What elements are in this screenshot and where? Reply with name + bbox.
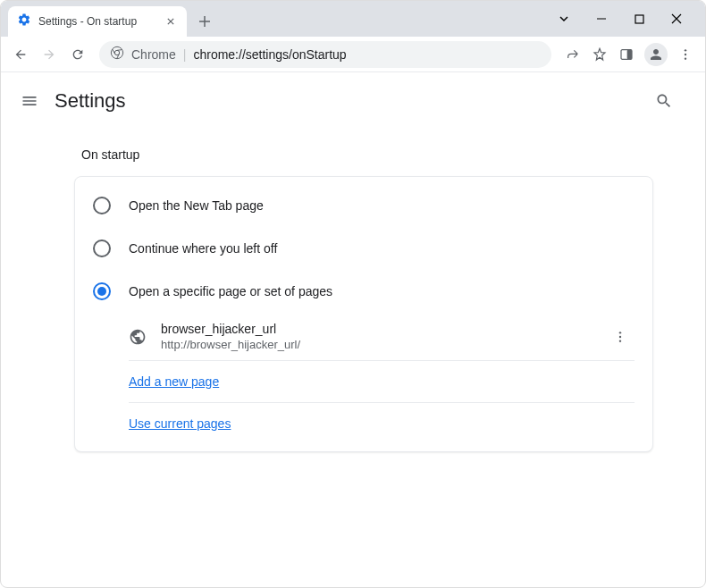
page-more-button[interactable] bbox=[606, 323, 635, 351]
bookmark-button[interactable] bbox=[587, 42, 612, 67]
svg-rect-0 bbox=[635, 15, 643, 23]
svg-point-5 bbox=[685, 49, 686, 51]
radio-label: Open a specific page or set of pages bbox=[129, 284, 332, 298]
profile-avatar[interactable] bbox=[644, 43, 668, 66]
minimize-button[interactable] bbox=[591, 8, 612, 29]
settings-header: Settings bbox=[1, 72, 705, 130]
reload-button[interactable] bbox=[65, 42, 90, 67]
search-button[interactable] bbox=[648, 85, 680, 117]
omnibox-scheme: Chrome bbox=[131, 47, 176, 62]
add-page-link[interactable]: Add a new page bbox=[129, 374, 219, 389]
svg-point-9 bbox=[619, 335, 621, 337]
svg-point-6 bbox=[685, 53, 686, 55]
tab-title: Settings - On startup bbox=[38, 15, 156, 28]
omnibox-url: chrome://settings/onStartup bbox=[193, 47, 346, 62]
svg-point-7 bbox=[685, 57, 686, 59]
radio-icon bbox=[93, 239, 111, 257]
use-current-link[interactable]: Use current pages bbox=[129, 416, 231, 431]
settings-main: On startup Open the New Tab page Continu… bbox=[31, 130, 675, 474]
section-title: On startup bbox=[74, 130, 653, 176]
browser-tab[interactable]: Settings - On startup bbox=[8, 6, 187, 37]
svg-point-1 bbox=[111, 46, 122, 58]
window-controls bbox=[553, 8, 698, 29]
page-title-text: browser_hijacker_url bbox=[161, 322, 606, 336]
address-bar[interactable]: Chrome | chrome://settings/onStartup bbox=[99, 41, 551, 68]
chevron-down-icon[interactable] bbox=[553, 8, 575, 29]
side-panel-button[interactable] bbox=[614, 42, 639, 67]
close-tab-button[interactable] bbox=[164, 14, 178, 29]
settings-page: Settings On startup Open the New Tab pag… bbox=[1, 72, 705, 474]
share-button[interactable] bbox=[560, 42, 585, 67]
forward-button[interactable] bbox=[37, 42, 62, 67]
hamburger-menu-button[interactable] bbox=[19, 90, 40, 112]
startup-page-row: browser_hijacker_url http://browser_hija… bbox=[129, 313, 635, 361]
window-titlebar: Settings - On startup bbox=[1, 1, 705, 37]
startup-pages-list: browser_hijacker_url http://browser_hija… bbox=[75, 313, 652, 444]
use-current-row: Use current pages bbox=[129, 403, 635, 444]
radio-label: Continue where you left off bbox=[129, 241, 277, 256]
gear-icon bbox=[17, 13, 31, 30]
radio-icon bbox=[93, 197, 111, 214]
maximize-button[interactable] bbox=[628, 8, 650, 29]
close-window-button[interactable] bbox=[666, 8, 687, 29]
add-page-row: Add a new page bbox=[129, 361, 635, 403]
new-tab-button[interactable] bbox=[192, 9, 217, 34]
globe-icon bbox=[129, 328, 147, 346]
page-info: browser_hijacker_url http://browser_hija… bbox=[161, 322, 606, 351]
svg-rect-4 bbox=[627, 49, 632, 59]
radio-option-specific-pages[interactable]: Open a specific page or set of pages bbox=[75, 270, 652, 313]
browser-toolbar: Chrome | chrome://settings/onStartup bbox=[1, 37, 705, 72]
back-button[interactable] bbox=[8, 42, 33, 67]
page-title: Settings bbox=[55, 89, 126, 113]
chrome-icon bbox=[110, 46, 124, 63]
radio-icon bbox=[93, 282, 111, 300]
svg-point-8 bbox=[619, 332, 621, 333]
page-url-text: http://browser_hijacker_url/ bbox=[161, 338, 606, 351]
svg-point-10 bbox=[619, 340, 621, 341]
radio-option-new-tab[interactable]: Open the New Tab page bbox=[75, 184, 652, 227]
omnibox-divider: | bbox=[183, 47, 187, 62]
startup-card: Open the New Tab page Continue where you… bbox=[74, 176, 653, 452]
radio-label: Open the New Tab page bbox=[129, 198, 264, 213]
radio-option-continue[interactable]: Continue where you left off bbox=[75, 227, 652, 270]
chrome-menu-button[interactable] bbox=[673, 42, 698, 67]
